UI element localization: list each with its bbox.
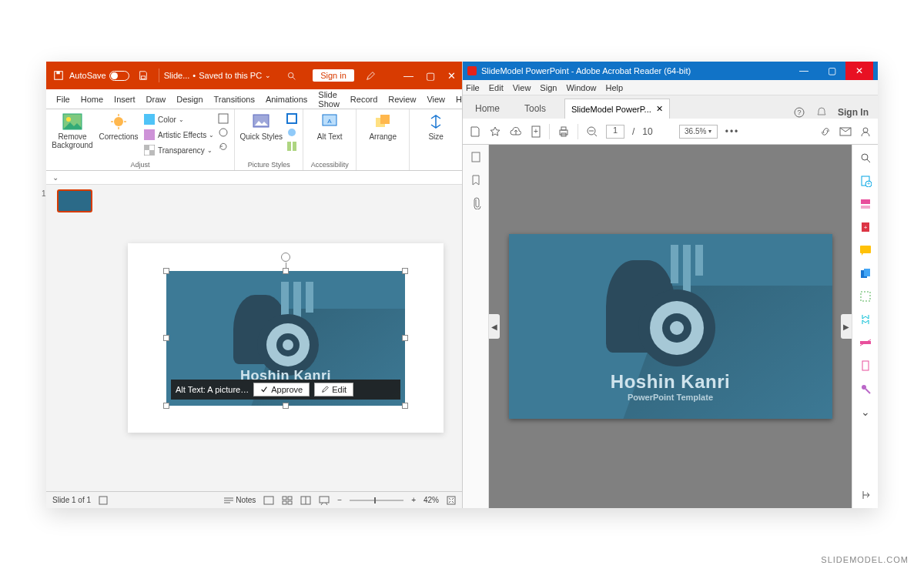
zoom-slider[interactable] <box>350 500 403 501</box>
export-pdf-icon[interactable]: + <box>859 174 872 188</box>
slide-canvas[interactable]: Hoshin Kanri PowerPoint <box>128 243 444 433</box>
close-button[interactable]: ✕ <box>845 62 873 80</box>
comment-icon[interactable] <box>859 243 872 257</box>
bell-icon[interactable] <box>816 106 827 119</box>
toggle-off-icon[interactable] <box>109 71 129 81</box>
more-icon[interactable]: ••• <box>725 126 740 137</box>
corrections-button[interactable]: Corrections <box>97 112 140 141</box>
tab-home[interactable]: Home <box>75 95 109 104</box>
artistic-effects-button[interactable]: Artistic Effects⌄ <box>143 128 214 142</box>
tab-transitions[interactable]: Transitions <box>209 95 260 104</box>
maximize-button[interactable]: ▢ <box>818 62 845 80</box>
tab-document[interactable]: SlideModel PowerP... ✕ <box>564 99 670 119</box>
signin-button[interactable]: Sign in <box>313 69 354 82</box>
tab-record[interactable]: Record <box>345 95 383 104</box>
star-icon[interactable] <box>489 125 501 138</box>
menu-view[interactable]: View <box>513 83 531 92</box>
menu-file[interactable]: File <box>466 83 480 92</box>
save-disk-icon[interactable] <box>137 69 149 82</box>
resize-handle[interactable] <box>163 268 169 274</box>
minimize-button[interactable]: — <box>790 62 818 80</box>
normal-view-icon[interactable] <box>263 496 274 505</box>
tab-tools[interactable]: Tools <box>512 99 558 119</box>
menu-sign[interactable]: Sign <box>540 83 557 92</box>
user-icon[interactable] <box>859 125 872 138</box>
next-page-button[interactable]: ▶ <box>841 314 852 339</box>
add-page-icon[interactable]: + <box>531 125 541 138</box>
menu-window[interactable]: Window <box>566 83 596 92</box>
notes-button[interactable]: Notes <box>224 496 256 504</box>
resize-handle[interactable] <box>283 268 289 274</box>
organize-icon[interactable] <box>859 289 872 303</box>
close-tab-icon[interactable]: ✕ <box>656 104 663 114</box>
zoom-out-icon[interactable] <box>586 125 598 138</box>
transparency-button[interactable]: Transparency⌄ <box>143 143 214 157</box>
document-view[interactable]: ◀ Hoshin Kanri PowerPoint Template ▶ <box>489 145 852 508</box>
share-link-icon[interactable] <box>819 125 832 138</box>
zoom-in-button[interactable]: + <box>411 496 416 504</box>
more-tools-icon[interactable]: ⌄ <box>859 405 872 419</box>
color-button[interactable]: Color⌄ <box>143 112 214 126</box>
thumbnails-icon[interactable] <box>470 151 482 163</box>
menu-edit[interactable]: Edit <box>489 83 504 92</box>
save-icon[interactable] <box>469 125 481 138</box>
change-picture-icon[interactable] <box>217 126 229 139</box>
selected-image[interactable]: Hoshin Kanri PowerPoint <box>166 271 405 406</box>
arrange-button[interactable]: Arrange <box>361 112 404 141</box>
maximize-button[interactable]: ▢ <box>426 70 435 82</box>
tab-file[interactable]: File <box>51 95 75 104</box>
email-icon[interactable] <box>839 126 852 137</box>
zoom-select[interactable]: 36.5%▾ <box>679 125 718 139</box>
slide-thumbnail[interactable] <box>57 189 92 212</box>
resize-handle[interactable] <box>402 335 408 341</box>
resize-handle[interactable] <box>402 268 408 274</box>
accessibility-check-icon[interactable] <box>99 496 108 505</box>
combine-icon[interactable] <box>859 266 872 280</box>
reading-view-icon[interactable] <box>300 496 311 505</box>
remove-background-button[interactable]: Remove Background <box>51 112 94 149</box>
approve-button[interactable]: Approve <box>253 383 310 396</box>
fit-to-window-icon[interactable] <box>447 496 456 505</box>
picture-effects-icon[interactable] <box>286 126 298 139</box>
picture-layout-icon[interactable] <box>286 140 298 152</box>
tab-view[interactable]: View <box>421 95 450 104</box>
zoom-out-button[interactable]: − <box>337 496 342 504</box>
search-tool-icon[interactable] <box>859 151 872 165</box>
tab-insert[interactable]: Insert <box>109 95 141 104</box>
cloud-icon[interactable] <box>509 126 523 137</box>
page-input[interactable]: 1 <box>606 125 624 139</box>
picture-border-icon[interactable] <box>286 112 298 125</box>
compress-icon[interactable] <box>217 112 229 125</box>
resize-handle[interactable] <box>283 403 289 409</box>
print-icon[interactable] <box>557 125 570 138</box>
help-icon[interactable]: ? <box>793 106 805 119</box>
menu-help[interactable]: Help <box>606 83 624 92</box>
tab-slideshow[interactable]: Slide Show <box>313 90 345 109</box>
collapse-panel-icon[interactable] <box>859 488 872 502</box>
sorter-view-icon[interactable] <box>282 496 293 505</box>
compress-icon[interactable] <box>859 313 872 326</box>
signin-link[interactable]: Sign In <box>838 107 869 118</box>
close-button[interactable]: ✕ <box>447 70 456 82</box>
edit-pdf-icon[interactable] <box>859 197 872 211</box>
create-pdf-icon[interactable]: + <box>859 220 872 234</box>
prev-page-button[interactable]: ◀ <box>489 314 500 339</box>
tab-animations[interactable]: Animations <box>260 95 313 104</box>
tab-home[interactable]: Home <box>463 99 512 119</box>
minimize-button[interactable]: — <box>403 70 413 82</box>
alt-text-button[interactable]: A Alt Text <box>308 112 351 141</box>
bookmark-icon[interactable] <box>470 174 481 186</box>
search-icon[interactable] <box>285 69 297 82</box>
slideshow-view-icon[interactable] <box>319 496 330 505</box>
sign-icon[interactable] <box>859 382 872 396</box>
save-icon[interactable] <box>52 69 65 82</box>
tab-review[interactable]: Review <box>383 95 421 104</box>
tab-draw[interactable]: Draw <box>141 95 172 104</box>
resize-handle[interactable] <box>163 335 169 341</box>
resize-handle[interactable] <box>163 403 169 409</box>
rotate-handle[interactable] <box>281 253 290 262</box>
autosave-toggle[interactable]: AutoSave <box>69 71 129 81</box>
reset-picture-icon[interactable] <box>217 140 229 152</box>
redact-icon[interactable] <box>859 336 872 350</box>
qat-overflow-icon[interactable]: ⌄ <box>52 173 59 182</box>
